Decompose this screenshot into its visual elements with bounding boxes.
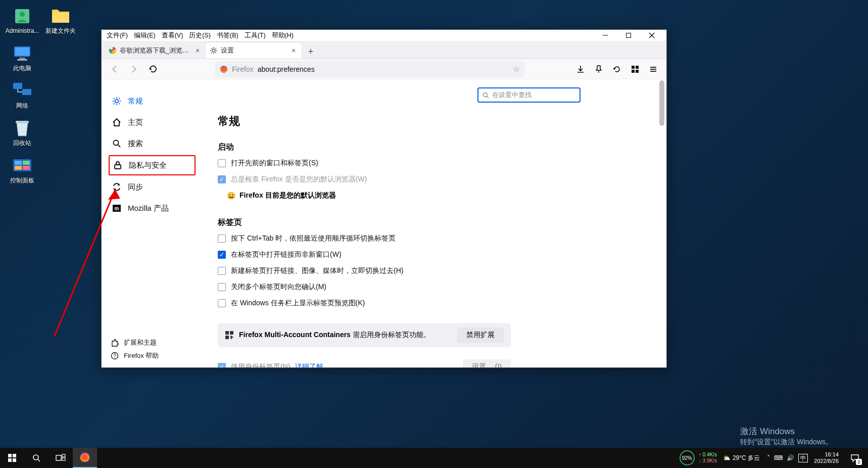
forward-button[interactable]: [126, 61, 142, 77]
sidebar-item-label: 扩展和主题: [124, 338, 157, 347]
sidebar-item-general[interactable]: 常规: [102, 90, 203, 112]
learn-more-link[interactable]: 详细了解: [295, 362, 323, 367]
checkbox-restore-session[interactable]: [218, 159, 226, 167]
action-center-button[interactable]: 2: [845, 448, 865, 468]
svg-rect-6: [13, 83, 22, 89]
svg-line-44: [119, 104, 120, 105]
menu-tools[interactable]: 工具(T): [243, 31, 268, 40]
checkbox-ctrltab[interactable]: [218, 235, 226, 243]
taskbar: 92% ↑ 0.4K/s ↓ 3.9K/s ⛅ 29°C 多云 ˄ ⌨ 🔊 中 …: [0, 448, 868, 468]
taskbar-search-button[interactable]: [24, 448, 49, 468]
menu-help[interactable]: 帮助(H): [270, 31, 296, 40]
taskbar-clock[interactable]: 16:14 2022/8/26: [814, 451, 839, 464]
checkbox-taskbar-preview[interactable]: [218, 299, 226, 307]
disable-extension-button[interactable]: 禁用扩展: [457, 327, 504, 343]
checkbox-switch-immediate[interactable]: [218, 267, 226, 275]
checkbox-row-open-links-tab: 在标签页中打开链接而非新窗口(W): [218, 250, 651, 259]
extension-pin-icon[interactable]: [591, 61, 607, 77]
new-tab-button[interactable]: +: [304, 44, 318, 59]
svg-rect-32: [636, 66, 639, 69]
checkbox-row-restore-session: 打开先前的窗口和标签页(S): [218, 159, 651, 168]
app-menu-button[interactable]: [645, 61, 661, 77]
help-icon: ?: [111, 352, 119, 360]
undo-close-tab-icon[interactable]: [609, 61, 625, 77]
desktop-icon-controlpanel[interactable]: 控制面板: [4, 156, 40, 184]
close-button[interactable]: [640, 30, 663, 41]
maximize-button[interactable]: [617, 30, 640, 41]
checkbox-label: 新建标签页打开链接、图像、媒体时，立即切换过去(H): [231, 266, 403, 275]
checkbox-warn-close[interactable]: [218, 283, 226, 291]
menu-file[interactable]: 文件(F): [105, 31, 130, 40]
net-down: ↓ 3.9K/s: [699, 458, 717, 464]
svg-rect-56: [225, 331, 229, 335]
scrollbar[interactable]: [658, 79, 665, 367]
menu-edit[interactable]: 编辑(E): [132, 31, 158, 40]
scrollbar-thumb[interactable]: [659, 80, 664, 126]
toolbar: Firefox about:preferences ☆: [102, 59, 666, 79]
url-bar[interactable]: Firefox about:preferences ☆: [215, 61, 525, 77]
back-button[interactable]: [107, 61, 123, 77]
svg-line-26: [211, 48, 212, 49]
task-view-button[interactable]: [49, 448, 73, 468]
cpu-meter[interactable]: 92%: [680, 450, 695, 465]
reload-button[interactable]: [145, 61, 161, 77]
desktop-icon-administrator[interactable]: Administra...: [4, 6, 40, 34]
desktop-icon-newfolder[interactable]: 新建文件夹: [42, 6, 79, 34]
tab-settings[interactable]: 设置 ×: [206, 42, 302, 59]
sidebar-item-extensions[interactable]: 扩展和主题: [111, 338, 194, 347]
svg-rect-60: [230, 337, 233, 338]
checkbox-containers[interactable]: [218, 363, 226, 367]
desktop-icon-recyclebin[interactable]: 回收站: [4, 118, 40, 147]
watermark-line1: 激活 Windows: [740, 427, 833, 437]
tray-chevron-icon[interactable]: ˄: [767, 454, 770, 461]
menu-view[interactable]: 查看(V): [160, 31, 185, 40]
containers-settings-button[interactable]: 设置… (I): [463, 359, 511, 367]
svg-rect-57: [230, 331, 233, 335]
svg-text:?: ?: [113, 353, 116, 359]
desktop-icon-network[interactable]: 网络: [4, 81, 40, 109]
menu-history[interactable]: 历史(S): [187, 31, 213, 40]
checkbox-label: 关闭多个标签页时向您确认(M): [231, 283, 326, 292]
clock-time: 16:14: [825, 451, 839, 458]
svg-rect-14: [52, 13, 69, 23]
trailing-row: 使用身份标签页(N) 详细了解 设置… (I): [218, 359, 511, 367]
sidebar-item-help[interactable]: ? Firefox 帮助: [111, 351, 194, 360]
sidebar-item-privacy[interactable]: 隐私与安全: [109, 155, 196, 175]
sidebar-item-sync[interactable]: 同步: [102, 176, 203, 198]
tab-close-icon[interactable]: ×: [290, 46, 298, 55]
tray-keyboard-icon[interactable]: ⌨: [774, 454, 783, 461]
ime-indicator[interactable]: 中: [798, 454, 808, 462]
person-icon: [12, 6, 32, 26]
downloads-button[interactable]: [572, 61, 589, 77]
taskbar-firefox[interactable]: [73, 448, 97, 468]
trash-icon: [12, 118, 32, 138]
minimize-button[interactable]: [594, 30, 617, 41]
sidebar-item-search[interactable]: 搜索: [102, 133, 203, 154]
search-icon: [483, 92, 489, 99]
svg-point-54: [484, 92, 488, 97]
svg-rect-10: [15, 161, 22, 165]
tab-chrome-download[interactable]: 谷歌浏览器下载_浏览器官网入口 ×: [105, 42, 206, 59]
account-icon[interactable]: [627, 61, 643, 77]
menu-bookmarks[interactable]: 书签(B): [215, 31, 240, 40]
preferences-sidebar: 常规 主页 搜索 隐私与安全: [102, 79, 203, 367]
sidebar-bottom: 扩展和主题 ? Firefox 帮助: [102, 338, 203, 360]
start-button[interactable]: [0, 448, 24, 468]
checkbox-open-links-tab[interactable]: [218, 251, 226, 259]
sidebar-item-label: Mozilla 产品: [128, 204, 169, 213]
tray-volume-icon[interactable]: 🔊: [787, 454, 794, 461]
svg-line-48: [118, 145, 121, 148]
sidebar-item-home[interactable]: 主页: [102, 112, 203, 133]
sidebar-item-mozilla[interactable]: m Mozilla 产品: [102, 198, 203, 219]
preferences-search-input[interactable]: 在设置中查找: [477, 87, 581, 103]
checkbox-label: 总是检查 Firefox 是否是您的默认浏览器(W): [231, 175, 367, 184]
puzzle-icon: [111, 339, 119, 347]
svg-line-29: [216, 48, 217, 49]
checkbox-default-browser[interactable]: [218, 175, 226, 183]
tab-label: 谷歌浏览器下载_浏览器官网入口: [120, 46, 190, 55]
taskbar-weather[interactable]: ⛅ 29°C 多云: [723, 454, 760, 462]
tab-close-icon[interactable]: ×: [194, 46, 202, 55]
desktop-icon-thispc[interactable]: 此电脑: [4, 43, 40, 72]
container-ext-icon: [225, 331, 234, 340]
bookmark-star-icon[interactable]: ☆: [513, 64, 520, 74]
